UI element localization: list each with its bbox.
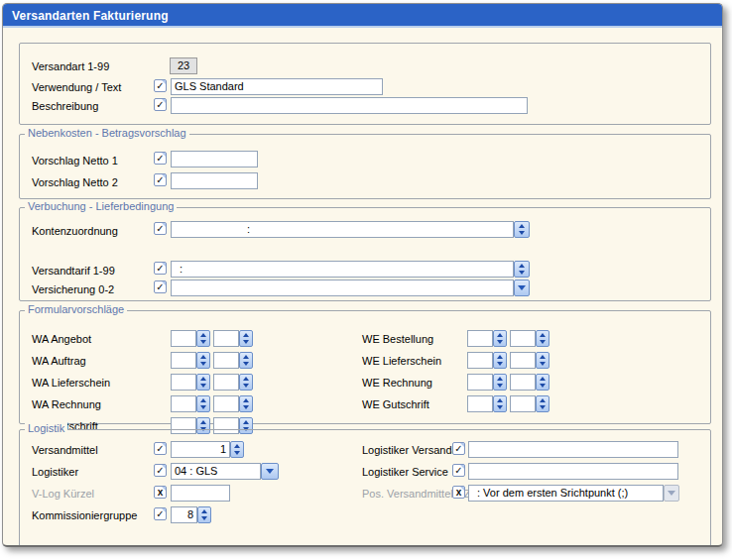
versandmittel-label: Versandmittel [32,444,98,456]
wa-angebot-field-2[interactable] [213,330,239,347]
we-lieferschein-spinner-2[interactable] [536,352,549,369]
window-titlebar: Versandarten Fakturierung [3,4,722,28]
we-gutschrift-spinner-1[interactable] [493,395,507,412]
versandmittel-spinner-button[interactable] [230,441,244,458]
wa-auftrag-spinner-2[interactable] [239,352,253,369]
folded-corner-icon [162,99,166,103]
we-lieferschein-field-2[interactable] [510,352,536,369]
we-lieferschein-field-1[interactable] [467,352,493,369]
down-arrow-icon [665,486,678,501]
wa-auftrag-field-1[interactable] [171,352,196,369]
verwendung-input[interactable]: GLS Standard [171,78,383,95]
we-gutschrift-field-1[interactable] [467,395,493,412]
group-formular: Formularvorschläge WA Angebot WA Auftrag… [19,310,711,424]
versandarten-window: Versandarten Fakturierung Versandart 1-9… [2,3,723,547]
wa-lieferschein-spinner-2[interactable] [239,374,253,391]
wa-angebot-spinner-2[interactable] [239,330,253,347]
up-down-arrows-icon [240,353,252,368]
versandtarif-spinner-button[interactable] [514,261,530,278]
we-rechnung-spinner-2[interactable] [536,374,549,391]
vlog-kuerzel-input[interactable] [171,485,230,502]
up-down-arrows-icon [537,375,549,390]
logistiker-select[interactable]: 04 : GLS [171,463,261,480]
versicherung-select[interactable] [171,280,514,296]
wa-lieferschein-spinner-1[interactable] [196,374,210,391]
beschreibung-label: Beschreibung [32,100,98,112]
netto1-input[interactable] [171,151,258,168]
netto2-input[interactable] [171,172,258,189]
versandart-label: Versandart 1-99 [32,60,109,72]
folded-corner-icon [460,443,464,447]
down-arrow-icon [262,464,278,479]
logistiker-versandart-input[interactable] [468,441,678,458]
netto1-checkbox[interactable]: ✓ [154,152,167,165]
folded-corner-icon [162,281,166,285]
kommissioniergruppe-label: Kommissioniergruppe [32,509,137,521]
kommissioniergruppe-input[interactable]: 8 [171,506,197,523]
up-down-arrows-icon [231,442,243,457]
wa-auftrag-spinner-1[interactable] [196,352,210,369]
we-lieferschein-spinner-1[interactable] [493,352,507,369]
up-down-arrows-icon [240,331,252,346]
kommissioniergruppe-checkbox[interactable]: ✓ [154,507,167,520]
wa-lieferschein-field-1[interactable] [171,374,196,391]
versicherung-dropdown-button[interactable] [514,280,530,296]
versandart-field: 23 [170,57,197,74]
logistiker-dropdown-button[interactable] [261,463,279,480]
up-down-arrows-icon [494,396,506,411]
versandtarif-checkbox[interactable]: ✓ [154,262,167,275]
versicherung-label: Versicherung 0-2 [32,283,114,295]
we-bestellung-field-1[interactable] [467,330,493,347]
we-bestellung-spinner-1[interactable] [493,330,507,347]
versandtarif-select[interactable]: : [171,261,514,278]
beschreibung-input[interactable] [171,97,528,114]
up-down-arrows-icon [494,375,506,390]
netto2-checkbox[interactable]: ✓ [154,173,167,186]
up-down-arrows-icon [494,353,506,368]
versandmittel-input[interactable]: 1 [171,441,230,458]
down-arrow-icon [515,280,529,295]
wa-rechnung-field-2[interactable] [213,395,239,412]
we-rechnung-field-2[interactable] [510,374,536,391]
logistiker-versandart-checkbox[interactable]: ✓ [452,442,465,455]
logistiker-service-checkbox[interactable]: ✓ [452,464,465,477]
wa-lieferschein-label: WA Lieferschein [32,377,110,389]
wa-rechnung-spinner-2[interactable] [239,395,253,412]
wa-angebot-field-1[interactable] [171,330,196,347]
we-gutschrift-field-2[interactable] [510,395,536,412]
we-lieferschein-label: WE Lieferschein [362,355,441,367]
kontenzuordnung-checkbox[interactable]: ✓ [154,222,167,235]
verwendung-checkbox[interactable]: ✓ [154,79,167,92]
wa-auftrag-field-2[interactable] [213,352,239,369]
folded-corner-icon [162,443,166,447]
folded-corner-icon [162,80,166,84]
kontenzuordnung-spinner-button[interactable] [514,221,530,238]
wa-rechnung-field-1[interactable] [171,395,196,412]
beschreibung-checkbox[interactable]: ✓ [154,98,167,111]
kontenzuordnung-select[interactable]: : [171,221,514,238]
pos-versandmittel-kz-select: : Vor dem ersten Srichtpunkt (;) [468,485,664,502]
verbuchung-group-title: Verbuchung - Lieferbedingung [25,200,177,212]
we-bestellung-field-2[interactable] [510,330,536,347]
logistiker-service-input[interactable] [468,463,678,480]
netto1-label: Vorschlag Netto 1 [32,155,118,167]
we-gutschrift-spinner-2[interactable] [536,395,549,412]
we-rechnung-field-1[interactable] [467,374,493,391]
kommissioniergruppe-spinner-button[interactable] [197,506,211,523]
versandmittel-checkbox[interactable]: ✓ [154,442,167,455]
wa-rechnung-spinner-1[interactable] [196,395,210,412]
we-gutschrift-label: WE Gutschrift [362,398,429,410]
wa-rechnung-label: WA Rechnung [32,398,101,410]
vlog-kuerzel-checkbox[interactable]: x [154,486,167,499]
vlog-kuerzel-label: V-Log Kürzel [32,488,94,500]
versicherung-checkbox[interactable]: ✓ [154,280,167,293]
wa-angebot-spinner-1[interactable] [196,330,210,347]
logistiker-checkbox[interactable]: ✓ [154,464,167,477]
up-down-arrows-icon [240,375,252,390]
pos-versandmittel-kz-checkbox[interactable]: x [452,486,465,499]
we-rechnung-spinner-1[interactable] [493,374,507,391]
wa-lieferschein-field-2[interactable] [213,374,239,391]
up-down-arrows-icon [198,507,210,522]
we-bestellung-spinner-2[interactable] [536,330,549,347]
logistik-group-title: Logistik [25,422,67,434]
